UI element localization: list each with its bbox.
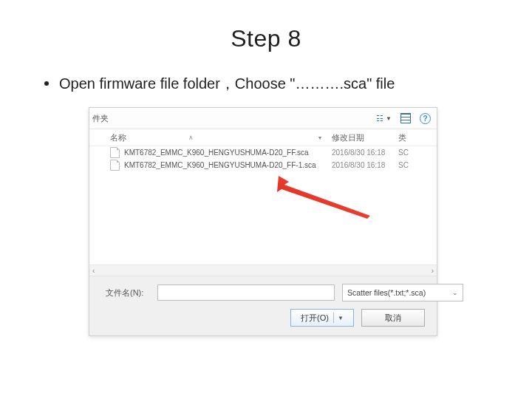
bullet-dot-icon bbox=[44, 81, 49, 86]
open-button-label: 打开(O) bbox=[301, 313, 329, 324]
bullet-text: Open firmware file folder，Choose "……….sc… bbox=[59, 73, 395, 94]
svg-marker-0 bbox=[277, 176, 370, 219]
dialog-footer: 文件名(N): Scatter files(*.txt;*.sca) ⌄ 打开(… bbox=[89, 276, 437, 335]
file-list[interactable]: KMT6782_EMMC_K960_HENGYUSHUMA-D20_FF.sca… bbox=[89, 146, 437, 265]
file-type: SC bbox=[398, 161, 420, 169]
bullet-item: Open firmware file folder，Choose "……….sc… bbox=[44, 73, 502, 94]
file-date: 2016/8/30 16:18 bbox=[332, 149, 398, 157]
file-icon bbox=[110, 160, 120, 171]
column-header-name-label: 名称 bbox=[110, 132, 126, 143]
help-icon[interactable]: ? bbox=[420, 113, 431, 124]
annotation-arrow-icon bbox=[274, 174, 378, 219]
nav-right-icon[interactable]: › bbox=[432, 267, 434, 275]
file-date: 2016/8/30 16:18 bbox=[332, 161, 398, 169]
filetype-select-label: Scatter files(*.txt;*.sca) bbox=[347, 288, 426, 297]
list-item[interactable]: KMT6782_EMMC_K960_HENGYUSHUMA-D20_FF.sca… bbox=[89, 146, 437, 159]
cancel-button-label: 取消 bbox=[385, 313, 401, 324]
file-name: KMT6782_EMMC_K960_HENGYUSHUMA-D20_FF-1.s… bbox=[124, 161, 316, 169]
column-header-date[interactable]: 修改日期 bbox=[332, 132, 398, 143]
chevron-down-icon: ⌄ bbox=[452, 289, 458, 296]
slide-title: Step 8 bbox=[30, 25, 502, 52]
sort-asc-icon: ∧ bbox=[188, 134, 194, 141]
dialog-toolbar: 件夹 ☷ ▼ ? bbox=[89, 108, 437, 129]
file-icon bbox=[110, 147, 120, 158]
toolbar-fragment: 件夹 bbox=[89, 108, 109, 129]
chevron-down-icon: ▼ bbox=[386, 115, 392, 122]
filename-input[interactable] bbox=[157, 284, 335, 301]
view-list-icon: ☷ bbox=[376, 114, 383, 123]
nav-strip: ‹ › bbox=[89, 265, 437, 276]
view-mode-button[interactable]: ☷ ▼ bbox=[376, 114, 392, 123]
cancel-button[interactable]: 取消 bbox=[361, 309, 425, 327]
preview-pane-button[interactable] bbox=[400, 113, 411, 123]
slide: Step 8 Open firmware file folder，Choose … bbox=[0, 0, 532, 399]
divider bbox=[333, 313, 334, 323]
open-button[interactable]: 打开(O) ▼ bbox=[290, 309, 354, 327]
column-header-type[interactable]: 类 bbox=[398, 132, 420, 143]
filename-label: 文件名(N): bbox=[106, 287, 150, 299]
nav-left-icon[interactable]: ‹ bbox=[92, 267, 95, 275]
file-open-dialog: 件夹 ☷ ▼ ? 名称 ∧ ▾ 修改日期 类 bbox=[89, 107, 437, 336]
toolbar-right: ☷ ▼ ? bbox=[376, 113, 431, 124]
file-type: SC bbox=[398, 149, 420, 157]
file-name: KMT6782_EMMC_K960_HENGYUSHUMA-D20_FF.sca bbox=[124, 149, 309, 157]
list-header[interactable]: 名称 ∧ ▾ 修改日期 类 bbox=[89, 129, 437, 146]
list-item[interactable]: KMT6782_EMMC_K960_HENGYUSHUMA-D20_FF-1.s… bbox=[89, 159, 437, 171]
filetype-select[interactable]: Scatter files(*.txt;*.sca) ⌄ bbox=[342, 284, 463, 301]
chevron-down-icon: ▼ bbox=[338, 315, 344, 321]
column-header-name[interactable]: 名称 ∧ ▾ bbox=[110, 132, 332, 143]
chevron-down-icon: ▾ bbox=[318, 134, 327, 141]
